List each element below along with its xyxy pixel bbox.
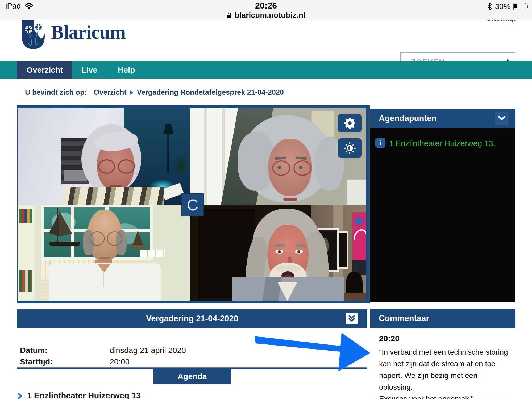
collapse-agenda-button[interactable] (495, 112, 508, 125)
companywebcast-watermark: C (181, 193, 204, 216)
meeting-title-bar: Vergadering 21-04-2020 (17, 309, 367, 328)
double-chevron-down-icon (348, 315, 355, 322)
white-polo (49, 263, 161, 301)
nav-tab-live[interactable]: Live (72, 61, 106, 79)
tab-agenda[interactable]: Agenda (153, 369, 231, 384)
floor-lamp (162, 124, 175, 134)
main-nav: Overzicht Live Help (0, 61, 532, 79)
date-value: dinsdag 21 april 2020 (110, 346, 186, 355)
glasses (98, 159, 135, 174)
glasses (89, 231, 122, 246)
starttime-label: Starttijd: (20, 357, 53, 366)
clock: 20:26 (0, 1, 532, 11)
striped-top (63, 187, 164, 205)
url-text: blaricum.notubiz.nl (235, 11, 305, 20)
agenda-item-link[interactable]: 1 Enzlintheater Huizerweg 13. (389, 139, 495, 148)
breadcrumb: U bevindt zich op: Overzicht Vergadering… (25, 88, 284, 97)
date-label: Datum: (20, 346, 47, 355)
comment-panel-title: Commentaar (379, 314, 429, 323)
lock-icon (227, 12, 232, 19)
site-header: Blaricum (0, 20, 532, 61)
caret-right-icon (130, 90, 133, 95)
video-feed-participant-1 (18, 108, 190, 205)
meeting-title: Vergadering 21-04-2020 (17, 309, 367, 328)
bluetooth-icon (487, 3, 492, 11)
nav-tab-help[interactable]: Help (106, 61, 146, 79)
ios-status-bar: iPad 20:26 blaricum.notubiz.nl 30% (0, 0, 532, 20)
glasses (272, 160, 311, 176)
video-feed-participant-4 (190, 205, 366, 301)
nav-tab-overzicht[interactable]: Overzicht (17, 61, 72, 79)
chevron-down-icon (498, 116, 505, 120)
agenda-list-item[interactable]: 1 Enzlintheater Huizerweg 13 (27, 391, 141, 399)
battery-nub (527, 5, 528, 8)
bookshelf (18, 205, 35, 301)
breadcrumb-link-overzicht[interactable]: Overzicht (94, 88, 127, 97)
video-feed-participant-3 (18, 205, 190, 301)
status-right: 30% (487, 2, 528, 11)
battery-icon (513, 3, 526, 10)
starttime-value: 20:00 (110, 357, 130, 366)
comment-divider (372, 395, 507, 395)
battery-percent: 30% (495, 2, 510, 11)
agenda-panel-body: i 1 Enzlintheater Huizerweg 13. (370, 128, 515, 302)
status-center: 20:26 blaricum.notubiz.nl (0, 0, 532, 20)
brightness-button[interactable] (338, 138, 362, 158)
breadcrumb-current: Vergadering Rondetafelgesprek 21-04-2020 (137, 88, 284, 97)
agenda-panel-title: Agendapunten (379, 114, 437, 123)
annotation-arrow (253, 329, 375, 375)
gear-icon (344, 117, 356, 129)
video-player[interactable]: C (17, 105, 370, 303)
address-bar[interactable]: blaricum.notubiz.nl (227, 11, 305, 20)
brightness-icon (344, 142, 356, 154)
pink-poster (352, 212, 366, 275)
chevron-right-icon (17, 393, 23, 399)
comment-timestamp: 20:20 (379, 334, 400, 343)
breadcrumb-prefix: U bevindt zich op: (25, 88, 87, 97)
cardigan (232, 277, 344, 301)
brand-wordmark: Blaricum (51, 21, 126, 43)
expand-meeting-button[interactable] (346, 313, 358, 324)
settings-button[interactable] (338, 114, 362, 132)
blaricum-coat-of-arms-logo (22, 20, 45, 49)
safari-ipad-screen: Sitemap iPad 20:26 blaricum.notubiz.nl (0, 0, 532, 399)
agenda-panel-header: Agendapunten (370, 109, 515, 128)
comment-panel-header: Commentaar (370, 309, 515, 328)
comment-text: "In verband met een technische storing k… (379, 346, 512, 399)
info-icon[interactable]: i (375, 138, 385, 148)
